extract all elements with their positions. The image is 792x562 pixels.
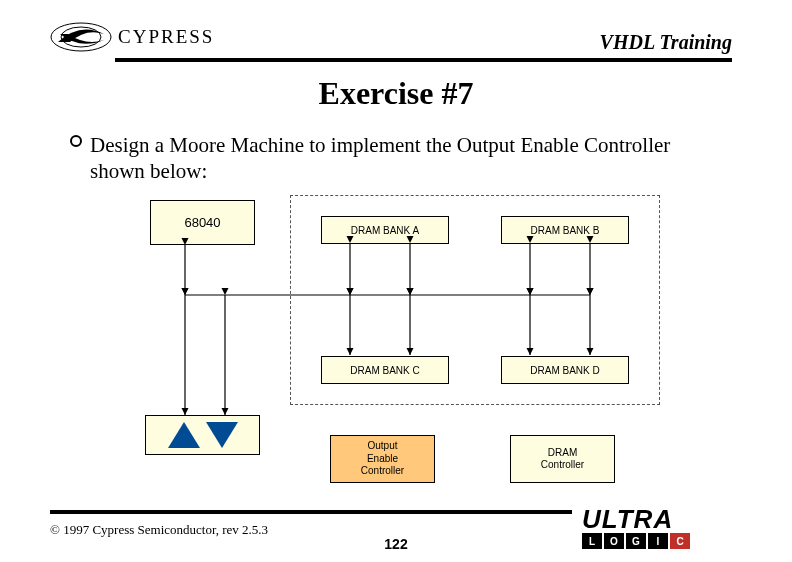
- block-diagram: 68040 DRAM BANK A DRAM BANK B DRAM BANK …: [130, 195, 690, 495]
- cypress-logo-text: CYPRESS: [118, 26, 214, 48]
- triangle-down-icon: [206, 422, 238, 448]
- ultra-word: ULTRA: [582, 508, 737, 531]
- dram-bank-d: DRAM BANK D: [501, 356, 629, 384]
- cypress-logo-icon: [50, 20, 112, 54]
- slide: CYPRESS VHDL Training Exercise #7 Design…: [0, 0, 792, 562]
- dram-bank-c: DRAM BANK C: [321, 356, 449, 384]
- header: CYPRESS VHDL Training: [50, 20, 732, 54]
- dram-controller-block: DRAM Controller: [510, 435, 615, 483]
- oec-line2: Enable: [367, 453, 398, 466]
- oec-line3: Controller: [361, 465, 404, 478]
- header-rule: [115, 58, 732, 62]
- ultra-cell-g: G: [626, 533, 646, 549]
- bullet-text: Design a Moore Machine to implement the …: [90, 133, 670, 183]
- dram-bank-b: DRAM BANK B: [501, 216, 629, 244]
- cpu-block: 68040: [150, 200, 255, 245]
- ultra-cell-c: C: [670, 533, 690, 549]
- buffer-block: [145, 415, 260, 455]
- output-enable-controller-block: Output Enable Controller: [330, 435, 435, 483]
- triangle-up-icon: [168, 422, 200, 448]
- ultra-cell-l: L: [582, 533, 602, 549]
- header-title: VHDL Training: [600, 31, 732, 54]
- bullet-icon: [70, 135, 82, 147]
- footer-rule: [50, 510, 572, 514]
- ultra-cell-o: O: [604, 533, 624, 549]
- dram-group: DRAM BANK A DRAM BANK B DRAM BANK C DRAM…: [290, 195, 660, 405]
- dramctl-line2: Controller: [541, 459, 584, 472]
- dramctl-line1: DRAM: [548, 447, 577, 460]
- oec-line1: Output: [367, 440, 397, 453]
- cypress-logo: CYPRESS: [50, 20, 214, 54]
- ultra-logic-logo: ULTRA L O G I C: [582, 508, 737, 553]
- ultra-cells: L O G I C: [582, 533, 737, 549]
- slide-title: Exercise #7: [0, 75, 792, 112]
- dram-bank-a: DRAM BANK A: [321, 216, 449, 244]
- ultra-cell-i: I: [648, 533, 668, 549]
- body-bullet: Design a Moore Machine to implement the …: [90, 132, 672, 185]
